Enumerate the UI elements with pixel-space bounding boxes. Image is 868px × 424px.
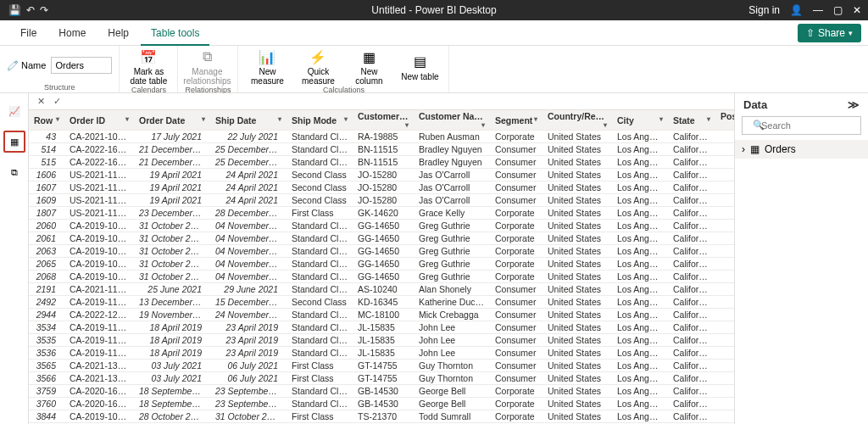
cell[interactable]: United States bbox=[542, 271, 612, 283]
table-row[interactable]: 2063CA-2019-10643931 October 201904 Nove… bbox=[29, 245, 734, 258]
cell[interactable]: GG-14650 bbox=[353, 220, 414, 232]
cell[interactable]: GG-14650 bbox=[353, 258, 414, 271]
cell[interactable]: 90049 bbox=[715, 181, 734, 194]
user-icon[interactable]: 👤 bbox=[790, 4, 803, 16]
cell[interactable]: Standard Class bbox=[287, 143, 353, 156]
cell[interactable]: Consumer bbox=[490, 181, 542, 194]
cell[interactable]: 90049 bbox=[715, 143, 734, 156]
cell[interactable]: John Lee bbox=[414, 347, 490, 360]
cell[interactable]: 2191 bbox=[29, 283, 64, 296]
cell[interactable]: California bbox=[668, 207, 715, 220]
cell[interactable]: First Class bbox=[287, 372, 353, 385]
cell[interactable]: 90049 bbox=[715, 385, 734, 398]
cell[interactable]: 03 July 2021 bbox=[134, 360, 210, 372]
maximize-icon[interactable]: ▢ bbox=[833, 4, 843, 16]
cell[interactable]: Los Angeles bbox=[612, 169, 668, 181]
cell[interactable]: Corporate bbox=[490, 410, 542, 423]
cell[interactable]: Consumer bbox=[490, 169, 542, 181]
cell[interactable]: Los Angeles bbox=[612, 385, 668, 398]
cell[interactable]: 1606 bbox=[29, 169, 64, 181]
cell[interactable]: Standard Class bbox=[287, 334, 353, 347]
column-header[interactable]: Order ID▾ bbox=[64, 110, 134, 131]
cell[interactable]: 24 April 2021 bbox=[210, 181, 287, 194]
table-row[interactable]: 3565CA-2021-13002903 July 202106 July 20… bbox=[29, 360, 734, 372]
cell[interactable]: CA-2022-126242 bbox=[64, 309, 134, 321]
cell[interactable]: 03 July 2021 bbox=[134, 372, 210, 385]
cell[interactable]: California bbox=[668, 194, 715, 207]
cell[interactable]: 31 October 2019 bbox=[134, 245, 210, 258]
cell[interactable]: 90049 bbox=[715, 410, 734, 423]
cell[interactable]: Los Angeles bbox=[612, 309, 668, 321]
filter-dropdown-icon[interactable]: ▾ bbox=[534, 115, 537, 123]
cell[interactable]: 2065 bbox=[29, 258, 64, 271]
cell[interactable]: John Lee bbox=[414, 321, 490, 334]
cell[interactable]: United States bbox=[542, 321, 612, 334]
new-column-button[interactable]: ▦New column bbox=[347, 47, 391, 86]
filter-dropdown-icon[interactable]: ▾ bbox=[125, 115, 129, 123]
cell[interactable]: Second Class bbox=[287, 296, 353, 309]
mark-as-date-table-button[interactable]: 📅Mark as date table bbox=[126, 47, 170, 86]
cell[interactable]: 2068 bbox=[29, 271, 64, 283]
cell[interactable]: California bbox=[668, 334, 715, 347]
cell[interactable]: Los Angeles bbox=[612, 283, 668, 296]
cell[interactable]: 90049 bbox=[715, 169, 734, 181]
cell[interactable]: GK-14620 bbox=[353, 207, 414, 220]
cell[interactable]: 15 December 2019 bbox=[210, 296, 287, 309]
cell[interactable]: 31 October 2019 bbox=[134, 220, 210, 232]
cell[interactable]: JL-15835 bbox=[353, 321, 414, 334]
cell[interactable]: United States bbox=[542, 334, 612, 347]
table-row[interactable]: 3534CA-2019-11084918 April 201923 April … bbox=[29, 321, 734, 334]
cell[interactable]: Consumer bbox=[490, 296, 542, 309]
cell[interactable]: JL-15835 bbox=[353, 334, 414, 347]
cell[interactable]: 3536 bbox=[29, 347, 64, 360]
table-row[interactable]: 514CA-2022-16340521 December 202225 Dece… bbox=[29, 143, 734, 156]
cell[interactable]: 1807 bbox=[29, 207, 64, 220]
cell[interactable]: 24 April 2021 bbox=[210, 194, 287, 207]
cell[interactable]: 2061 bbox=[29, 232, 64, 245]
cell[interactable]: 3844 bbox=[29, 410, 64, 423]
cell[interactable]: Greg Guthrie bbox=[414, 232, 490, 245]
cell[interactable]: 25 December 2022 bbox=[210, 156, 287, 169]
cell[interactable]: CA-2019-106439 bbox=[64, 258, 134, 271]
table-row[interactable]: 3535CA-2019-11084918 April 201923 April … bbox=[29, 334, 734, 347]
cell[interactable]: John Lee bbox=[414, 334, 490, 347]
cell[interactable]: 06 July 2021 bbox=[210, 372, 287, 385]
cell[interactable]: CA-2019-106439 bbox=[64, 271, 134, 283]
cell[interactable]: California bbox=[668, 220, 715, 232]
table-row[interactable]: 1609US-2021-11581919 April 202124 April … bbox=[29, 194, 734, 207]
cell[interactable]: Los Angeles bbox=[612, 181, 668, 194]
cell[interactable]: Standard Class bbox=[287, 283, 353, 296]
cell[interactable]: CA-2019-110849 bbox=[64, 334, 134, 347]
cell[interactable]: JO-15280 bbox=[353, 181, 414, 194]
cell[interactable]: Consumer bbox=[490, 360, 542, 372]
cell[interactable]: Los Angeles bbox=[612, 360, 668, 372]
cell[interactable]: JO-15280 bbox=[353, 169, 414, 181]
cell[interactable]: 31 October 2019 bbox=[210, 410, 287, 423]
cell[interactable]: AS-10240 bbox=[353, 283, 414, 296]
cell[interactable]: 29 June 2021 bbox=[210, 283, 287, 296]
cell[interactable]: United States bbox=[542, 220, 612, 232]
cell[interactable]: 25 June 2021 bbox=[134, 283, 210, 296]
cell[interactable]: 90049 bbox=[715, 296, 734, 309]
filter-dropdown-icon[interactable]: ▾ bbox=[405, 121, 409, 129]
cell[interactable]: Los Angeles bbox=[612, 410, 668, 423]
tab-file[interactable]: File bbox=[10, 20, 47, 46]
cell[interactable]: 90049 bbox=[715, 220, 734, 232]
filter-dropdown-icon[interactable]: ▾ bbox=[604, 121, 607, 129]
cell[interactable]: California bbox=[668, 143, 715, 156]
cell[interactable]: 18 September 2020 bbox=[134, 385, 210, 398]
column-header[interactable]: City▾ bbox=[612, 110, 668, 131]
cell[interactable]: 90049 bbox=[715, 309, 734, 321]
cell[interactable]: 3566 bbox=[29, 372, 64, 385]
cell[interactable]: Jas O'Carroll bbox=[414, 169, 490, 181]
cell[interactable]: CA-2021-130029 bbox=[64, 360, 134, 372]
cell[interactable]: California bbox=[668, 385, 715, 398]
new-measure-button[interactable]: 📊New measure bbox=[245, 47, 289, 86]
table-name-input[interactable] bbox=[51, 57, 112, 74]
cell[interactable]: George Bell bbox=[414, 398, 490, 410]
cell[interactable]: 3534 bbox=[29, 321, 64, 334]
cell[interactable]: 2492 bbox=[29, 296, 64, 309]
cell[interactable]: Consumer bbox=[490, 321, 542, 334]
cell[interactable]: US-2021-115819 bbox=[64, 181, 134, 194]
cell[interactable]: 90049 bbox=[715, 334, 734, 347]
